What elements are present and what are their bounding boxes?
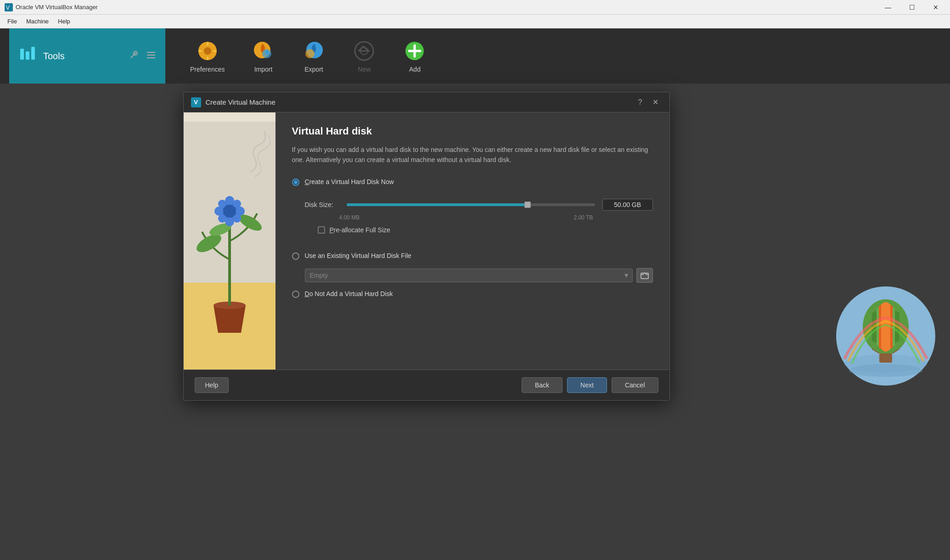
import-button[interactable]: Import xyxy=(245,35,281,77)
create-vm-dialog: V Create Virtual Machine ? ✕ xyxy=(183,92,670,401)
dialog-footer: Help Back Next Cancel xyxy=(184,370,669,400)
dialog-sidebar xyxy=(184,112,275,370)
restore-button[interactable]: ☐ xyxy=(901,1,922,14)
disk-size-value[interactable]: 50.00 GB xyxy=(602,199,653,211)
radio-create-now-btn[interactable] xyxy=(292,179,299,186)
svg-text:V: V xyxy=(6,5,10,11)
add-icon xyxy=(403,39,427,63)
preallocate-label: Pre-allocate Full Size xyxy=(330,226,390,234)
disk-size-row: Disk Size: 50.00 GB xyxy=(305,199,653,211)
menu-help[interactable]: Help xyxy=(53,16,75,27)
existing-disk-dropdown-wrapper: Empty xyxy=(305,269,633,282)
section-description: If you wish you can add a virtual hard d… xyxy=(292,145,653,165)
dialog-icon: V xyxy=(191,97,201,107)
radio-do-not-add[interactable]: Do Not Add a Virtual Hard Disk xyxy=(292,290,653,298)
radio-do-not-add-btn[interactable] xyxy=(292,291,299,298)
svg-point-48 xyxy=(223,205,236,218)
browse-button[interactable] xyxy=(636,268,653,283)
section-title: Virtual Hard disk xyxy=(292,125,653,137)
disk-size-slider[interactable] xyxy=(347,200,595,209)
dialog-body: Virtual Hard disk If you wish you can ad… xyxy=(184,112,669,370)
existing-disk-row: Empty xyxy=(305,268,653,283)
svg-rect-49 xyxy=(641,273,648,279)
plant-illustration xyxy=(184,122,275,370)
browse-icon xyxy=(641,271,649,280)
title-bar: V Oracle VM VirtualBox Manager — ☐ ✕ xyxy=(0,0,950,15)
preallocate-checkbox[interactable] xyxy=(318,226,325,234)
radio-use-existing-btn[interactable] xyxy=(292,252,299,260)
svg-rect-2 xyxy=(20,49,24,60)
slider-thumb[interactable] xyxy=(524,202,531,208)
svg-point-18 xyxy=(262,49,271,58)
toolbar-buttons: Preferences Import xyxy=(165,35,433,77)
cancel-button[interactable]: Cancel xyxy=(612,377,658,393)
import-icon xyxy=(251,39,275,63)
svg-rect-14 xyxy=(207,56,208,60)
add-label: Add xyxy=(409,66,421,73)
plant-svg xyxy=(188,158,271,333)
tools-panel: Tools xyxy=(9,28,165,84)
menu-machine[interactable]: Machine xyxy=(22,16,53,27)
svg-point-12 xyxy=(204,47,211,55)
radio-do-not-add-label: Do Not Add a Virtual Hard Disk xyxy=(305,290,393,297)
tools-list-button[interactable] xyxy=(146,50,156,62)
help-button[interactable]: Help xyxy=(195,377,229,393)
preferences-button[interactable]: Preferences xyxy=(184,35,231,77)
tools-icon xyxy=(18,45,37,67)
new-icon xyxy=(352,39,376,63)
svg-rect-15 xyxy=(198,50,202,52)
back-button[interactable]: Back xyxy=(522,377,562,393)
dialog-titlebar: V Create Virtual Machine ? ✕ xyxy=(184,92,669,112)
svg-rect-3 xyxy=(26,51,29,60)
radio-use-existing-label: Use an Existing Virtual Hard Disk File xyxy=(305,252,411,259)
tools-label: Tools xyxy=(43,51,65,62)
slider-max: 2.00 TB xyxy=(574,214,593,221)
balloon-svg xyxy=(835,286,936,386)
new-label: New xyxy=(358,66,371,73)
slider-range: 4.00 MB 2.00 TB xyxy=(305,214,653,221)
dialog-title: Create Virtual Machine xyxy=(206,98,632,106)
disk-size-section: Disk Size: 50.00 GB 4.00 MB 2.00 TB xyxy=(292,194,653,247)
disk-size-label: Disk Size: xyxy=(305,201,339,208)
add-button[interactable]: Add xyxy=(396,35,433,77)
preallocate-row[interactable]: Pre-allocate Full Size xyxy=(305,226,653,234)
svg-rect-16 xyxy=(213,50,217,52)
svg-rect-13 xyxy=(207,42,208,45)
svg-point-29 xyxy=(849,364,922,377)
svg-point-20 xyxy=(305,49,315,58)
minimize-button[interactable]: — xyxy=(877,1,899,14)
export-button[interactable]: Export xyxy=(295,35,332,77)
preferences-label: Preferences xyxy=(190,66,225,73)
app-icon: V xyxy=(5,3,13,11)
menu-file[interactable]: File xyxy=(3,16,22,27)
tools-pin-button[interactable] xyxy=(129,50,139,62)
export-icon xyxy=(302,39,326,63)
svg-line-7 xyxy=(131,56,132,58)
svg-rect-31 xyxy=(879,353,892,363)
radio-create-now-label: Create a Virtual Hard Disk Now xyxy=(305,178,394,185)
main-area: V Create Virtual Machine ? ✕ xyxy=(0,84,950,560)
import-label: Import xyxy=(254,66,273,73)
next-button[interactable]: Next xyxy=(567,377,607,393)
dialog-content: Virtual Hard disk If you wish you can ad… xyxy=(275,112,669,370)
slider-fill xyxy=(347,203,528,206)
new-button[interactable]: New xyxy=(346,35,382,77)
preferences-icon xyxy=(196,39,219,63)
menu-bar: File Machine Help xyxy=(0,15,950,28)
close-button[interactable]: ✕ xyxy=(925,1,946,14)
svg-rect-4 xyxy=(31,47,35,60)
dialog-close-button[interactable]: ✕ xyxy=(649,97,662,107)
slider-track xyxy=(347,203,595,206)
export-label: Export xyxy=(304,66,323,73)
existing-disk-section: Empty xyxy=(292,268,653,283)
app-title: Oracle VM VirtualBox Manager xyxy=(16,4,98,11)
slider-min: 4.00 MB xyxy=(339,214,360,221)
existing-disk-dropdown[interactable]: Empty xyxy=(305,269,633,282)
window-controls: — ☐ ✕ xyxy=(877,1,946,14)
radio-use-existing[interactable]: Use an Existing Virtual Hard Disk File xyxy=(292,252,653,260)
radio-create-now[interactable]: Create a Virtual Hard Disk Now xyxy=(292,178,653,186)
dialog-help-button[interactable]: ? xyxy=(635,97,646,107)
right-decoration xyxy=(821,112,950,560)
toolbar: Tools xyxy=(0,28,950,84)
